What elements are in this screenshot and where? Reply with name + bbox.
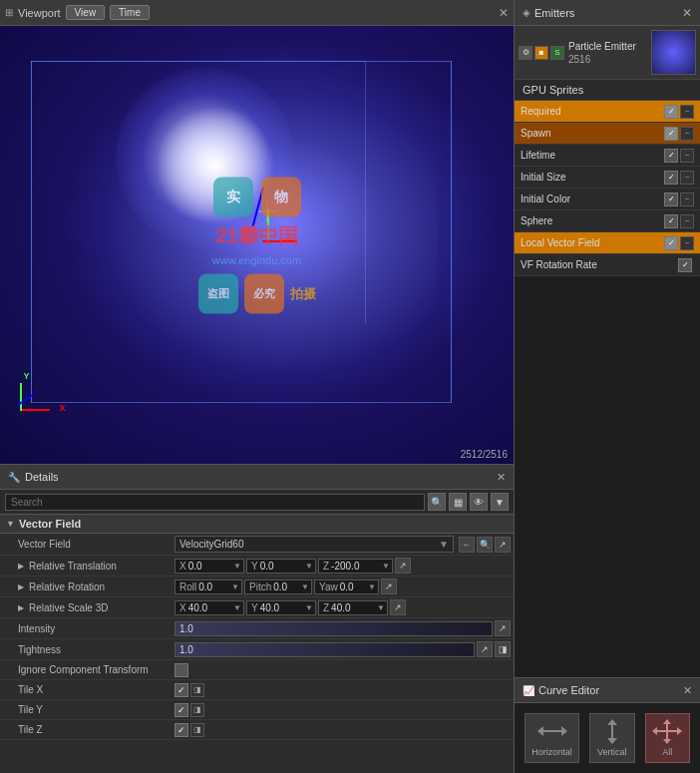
trans-z-box[interactable]: Z -200.0 ▼ [318,559,393,574]
emitter-settings-icon[interactable]: ⚙ [519,46,532,60]
ignore-component-checkbox[interactable] [175,663,188,677]
tightness-row: Tightness 1.0 ↗ ◨ [0,639,514,660]
yaw-arrow: ▼ [368,582,376,591]
svg-marker-1 [537,726,543,736]
particle-emitter-item: ⚙ ■ S Particle Emitter 2516 [515,26,700,80]
chevron-down-icon[interactable]: ▼ [491,493,509,511]
scale-x-label: X [179,602,186,613]
module-sphere-check[interactable] [664,214,678,228]
scale-y-box[interactable]: Y 40.0 ▼ [246,600,316,615]
module-initial-color-graph[interactable]: ~ [680,193,694,206]
module-initial-size-graph[interactable]: ~ [680,171,694,185]
scale-z-box[interactable]: Z 40.0 ▼ [318,600,388,615]
curve-vertical-button[interactable]: Vertical [589,713,634,763]
details-content: ▼ Vector Field Vector Field VelocityGrid… [0,515,514,773]
module-required[interactable]: Required ~ [515,101,700,123]
svg-marker-9 [677,727,682,735]
vector-field-row: Vector Field VelocityGrid60 ▼ ← 🔍 ↗ [0,534,514,556]
intensity-icon[interactable]: ↗ [495,620,511,636]
emitter-thumb-icons: ⚙ ■ S [519,46,564,60]
expand-rot-arrow-icon[interactable]: ▶ [18,582,24,591]
tile-x-label: Tile X [0,682,172,697]
search-input[interactable] [5,494,425,511]
expand-scale-arrow-icon[interactable]: ▶ [18,603,24,612]
tile-x-icon[interactable]: ◨ [190,683,204,697]
module-spawn[interactable]: Spawn ~ [515,123,700,145]
tile-x-checkbox[interactable] [175,683,188,697]
search-bar: 🔍 ▦ 👁 ▼ [0,490,514,515]
curve-close-icon[interactable]: ✕ [683,684,692,697]
vf-browse-icon[interactable]: ↗ [495,537,511,553]
time-button[interactable]: Time [110,5,150,20]
module-sphere-graph[interactable]: ~ [680,214,694,228]
module-lvf-graph[interactable]: ~ [680,236,694,250]
tile-y-checkbox[interactable] [175,703,188,717]
module-lvf-check[interactable] [664,236,678,250]
rot-reset-icon[interactable]: ↗ [381,579,397,594]
module-initial-color-check[interactable] [664,193,678,206]
module-initial-size-check[interactable] [664,171,678,185]
trans-reset-icon[interactable]: ↗ [395,558,411,574]
vector-field-section-header[interactable]: ▼ Vector Field [0,515,514,534]
module-sphere[interactable]: Sphere ~ [515,210,700,232]
viewport-close-icon[interactable]: ✕ [499,6,509,20]
module-vf-rotation-rate[interactable]: VF Rotation Rate [515,254,700,276]
tightness-icon[interactable]: ↗ [477,641,493,657]
emitter-toggle-icon[interactable]: ■ [534,46,548,60]
tile-y-check-group: ◨ [175,703,204,717]
tightness-value-area: 1.0 ↗ ◨ [172,639,514,659]
module-initial-color[interactable]: Initial Color ~ [515,189,700,210]
vf-find-icon[interactable]: 🔍 [477,537,493,553]
curve-horizontal-button[interactable]: Horizontal [525,713,579,763]
grid-view-icon[interactable]: ▦ [449,493,467,511]
module-spawn-graph[interactable]: ~ [680,127,694,141]
module-lifetime[interactable]: Lifetime ~ [515,145,700,167]
trans-x-box[interactable]: X 0.0 ▼ [175,559,244,574]
scale-y-label: Y [251,602,258,613]
module-lifetime-graph[interactable]: ~ [680,149,694,163]
curve-all-button[interactable]: All [645,713,690,763]
trans-z-arrow: ▼ [382,562,390,571]
vf-dropdown[interactable]: VelocityGrid60 ▼ [175,536,454,553]
yaw-box[interactable]: Yaw 0.0 ▼ [314,580,379,594]
eye-icon[interactable]: 👁 [470,493,488,511]
trans-y-box[interactable]: Y 0.0 ▼ [246,559,316,574]
module-initial-color-name: Initial Color [521,193,664,204]
module-required-check[interactable] [664,105,678,119]
roll-box[interactable]: Roll 0.0 ▼ [175,580,242,594]
module-initial-size-name: Initial Size [521,172,664,183]
tile-z-icon[interactable]: ◨ [190,723,204,737]
viewport-canvas: X Y 实 物 21攀中国 www.engindu.com 盗图 必究 [0,26,514,464]
details-header: 🔧 Details ✕ [0,464,514,490]
svg-marker-11 [663,739,671,744]
module-required-graph[interactable]: ~ [680,105,694,119]
pitch-box[interactable]: Pitch 0.0 ▼ [244,580,312,594]
expand-arrow-icon[interactable]: ▶ [18,562,24,571]
pitch-arrow: ▼ [301,582,309,591]
emitter-solo-icon[interactable]: S [550,46,564,60]
module-lifetime-check[interactable] [664,149,678,163]
view-button[interactable]: View [66,5,106,20]
module-vfr-check[interactable] [678,258,692,272]
scale-z-value: 40.0 [331,602,350,613]
details-close-icon[interactable]: ✕ [497,471,506,484]
tile-z-checkbox[interactable] [175,723,188,737]
roll-value: 0.0 [198,581,212,592]
tile-y-icon[interactable]: ◨ [190,703,204,717]
viewport-title: Viewport [18,7,61,19]
module-spawn-name: Spawn [521,128,664,139]
vf-back-icon[interactable]: ← [459,537,475,553]
module-spawn-check[interactable] [664,127,678,141]
curve-editor: 📈 Curve Editor ✕ Horizontal [515,677,700,773]
module-local-vector-field[interactable]: Local Vector Field ~ [515,232,700,254]
module-initial-size[interactable]: Initial Size ~ [515,167,700,189]
scale-x-box[interactable]: X 40.0 ▼ [175,600,244,615]
intensity-box[interactable]: 1.0 [175,621,493,636]
emitters-close-icon[interactable]: ✕ [682,6,692,20]
scale-reset-icon[interactable]: ↗ [390,599,406,615]
tightness-box[interactable]: 1.0 [175,642,475,657]
trans-z-value: -200.0 [331,561,359,572]
tightness-extra-icon[interactable]: ◨ [495,641,511,657]
search-icon[interactable]: 🔍 [428,493,446,511]
curve-vertical-label: Vertical [597,747,627,757]
